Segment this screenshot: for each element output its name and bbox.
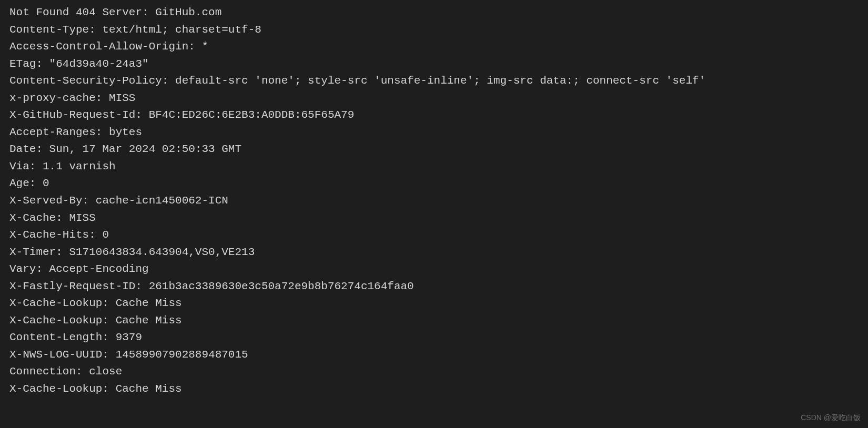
terminal-line: ETag: "64d39a40-24a3" [9,56,859,73]
terminal-line: Via: 1.1 varnish [9,158,859,176]
terminal-line: X-Fastly-Request-ID: 261b3ac3389630e3c50… [9,278,859,295]
terminal-line: Content-Length: 9379 [9,329,859,347]
watermark: CSDN @爱吃白饭 [801,412,861,424]
terminal-line: Content-Type: text/html; charset=utf-8 [9,22,859,39]
terminal-line: Age: 0 [9,175,859,192]
terminal-line: X-GitHub-Request-Id: BF4C:ED26C:6E2B3:A0… [9,107,859,124]
terminal-line: Vary: Accept-Encoding [9,261,859,278]
terminal-line: Content-Security-Policy: default-src 'no… [9,73,859,90]
terminal-line: Not Found 404 Server: GitHub.com [9,4,859,22]
terminal-line: X-Timer: S1710643834.643904,VS0,VE213 [9,244,859,261]
terminal-line: X-Served-By: cache-icn1450062-ICN [9,192,859,210]
terminal-line: X-Cache-Hits: 0 [9,227,859,244]
terminal-output: Not Found 404 Server: GitHub.comContent-… [9,4,859,398]
terminal-line: Access-Control-Allow-Origin: * [9,38,859,56]
terminal-line: Date: Sun, 17 Mar 2024 02:50:33 GMT [9,141,859,158]
terminal-line: X-Cache-Lookup: Cache Miss [9,312,859,330]
terminal-line: X-Cache-Lookup: Cache Miss [9,295,859,312]
terminal-line: X-Cache: MISS [9,210,859,227]
terminal-line: Connection: close [9,363,859,381]
terminal-line: X-Cache-Lookup: Cache Miss [9,381,859,398]
terminal-line: x-proxy-cache: MISS [9,90,859,107]
terminal-line: X-NWS-LOG-UUID: 14589907902889487015 [9,347,859,364]
terminal-line: Accept-Ranges: bytes [9,124,859,141]
